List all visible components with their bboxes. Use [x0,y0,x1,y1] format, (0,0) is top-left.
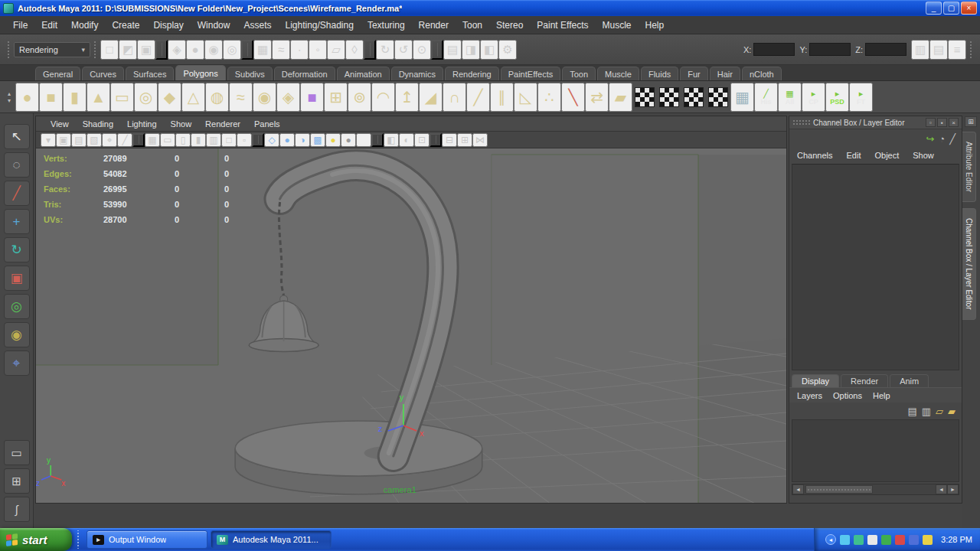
checkered-mode-icon[interactable]: ▩ [310,133,325,147]
poly-sphere-icon[interactable]: ● [15,83,39,112]
menu-item[interactable]: Stereo [489,20,530,31]
snap-view-plane-icon[interactable]: ▱ [327,40,345,60]
exposure-icon[interactable]: ◐ [399,133,414,147]
task-maya[interactable]: M Autodesk Maya 2011... [211,530,332,549]
vp-divider-2[interactable] [252,133,264,147]
poly-cube-icon[interactable]: ■ [39,83,63,112]
poly-cylinder-icon[interactable]: ▮ [63,83,87,112]
messenger-tray-icon[interactable] [854,535,864,545]
divider-3[interactable] [364,40,376,60]
clock[interactable]: 3:28 PM [941,535,972,544]
select-by-hierarchy-icon[interactable]: ◈ [168,40,186,60]
extrude-icon[interactable]: ↥ [395,83,419,112]
snap-projected-center-icon[interactable]: ◦ [309,40,327,60]
isolate-select-icon[interactable]: ⊡ [414,133,430,147]
tab-channel-box-layer-editor[interactable]: Channel Box / Layer Editor [962,208,976,320]
file-texture-icon[interactable]: ▸ FT [849,83,873,112]
interactive-creation-icon[interactable]: ■ [300,83,324,112]
minimize-button[interactable]: _ [926,2,942,15]
render-settings-icon[interactable]: ⚙ [498,40,517,60]
layer-sort-icon[interactable]: ▤ [907,406,916,417]
highlight-selection-icon[interactable]: ◎ [223,40,241,60]
shelf-tab[interactable]: Fluids [641,67,678,80]
layer-editor-tab[interactable]: Render [841,374,888,387]
select-tool[interactable]: ↖ [4,124,30,149]
scrollbar-thumb[interactable] [805,485,873,494]
outliner-pane-icon[interactable]: ⋈ [472,133,488,147]
panel-menu-item[interactable]: Renderer [198,119,247,129]
antivirus-tray-icon[interactable] [881,535,891,545]
layer-editor-menu-item[interactable]: Help [873,391,890,400]
resolution-gate-icon[interactable]: ▯ [175,133,191,147]
layer-scrollbar[interactable]: ◄ ◄ ► [792,484,959,495]
layer-editor-menu-item[interactable]: Options [833,391,862,400]
uv-texture-editor-icon[interactable]: ▦ [730,83,754,112]
shelf-tab[interactable]: Polygons [175,65,225,80]
xray-icon[interactable]: ◧ [384,133,399,147]
camera-attributes-icon[interactable]: ▣ [56,133,71,147]
shelf-tab[interactable]: Dynamics [391,67,443,80]
snap-to-point-icon[interactable]: ∙ [290,40,309,60]
input-connections-icon[interactable]: ↻ [376,40,394,60]
panel-menu-item[interactable]: Shading [76,119,120,129]
vp-divider-3[interactable] [371,133,384,147]
shelf-tab[interactable]: Hair [710,67,740,80]
construction-history-icon[interactable]: ⊙ [413,40,431,60]
shelf-tab[interactable]: Curves [82,67,124,80]
camera-menu-icon[interactable]: ▾ [41,133,56,147]
show-channel-box-icon[interactable]: ≡ [948,40,966,60]
menu-item[interactable]: Help [639,20,671,31]
panel-menu-icon[interactable]: ▫ [926,118,936,127]
scroll-left-button[interactable]: ◄ [792,484,804,494]
menu-item[interactable]: Edit [34,20,64,31]
network-tray-icon[interactable] [840,535,850,545]
paint-select-tool[interactable]: ╱ [4,181,30,206]
section-grip[interactable] [969,41,973,59]
poly-pyramid-icon[interactable]: △ [181,83,205,112]
close-button[interactable]: × [961,2,977,15]
channel-list[interactable] [792,164,959,370]
shelf-tab[interactable]: Subdivs [227,67,273,80]
menu-item[interactable]: Toon [456,20,489,31]
single-pane-layout-button[interactable]: ▭ [4,440,30,465]
menu-item[interactable]: Create [105,20,146,31]
render-current-frame-icon[interactable]: ◨ [462,40,480,60]
mirror-geometry-icon[interactable]: ⇄ [585,83,609,112]
open-render-view-icon[interactable]: ▤ [443,40,462,60]
snap-to-grid-icon[interactable]: ▦ [253,40,272,60]
channel-box-menu-item[interactable]: Edit [846,151,861,160]
rotate-tool[interactable]: ↻ [4,237,30,262]
coordinate-input[interactable] [865,43,906,56]
menu-item[interactable]: Texturing [361,20,412,31]
checker-texture-icon-1[interactable] [635,87,655,107]
hypergraph-layout-button[interactable]: ∫ [4,497,30,522]
vp-divider-1[interactable] [132,133,145,147]
output-connections-icon[interactable]: ↺ [394,40,413,60]
new-empty-layer-icon[interactable]: ▱ [936,406,943,417]
coordinate-input[interactable] [753,43,795,56]
speed-mode-icon[interactable]: ◔ [939,133,945,145]
update-tray-icon[interactable] [909,535,919,545]
scroll-left-button-2[interactable]: ◄ [936,484,947,494]
open-scene-icon[interactable]: ◩ [119,40,137,60]
default-lighting-icon[interactable]: ● [341,133,356,147]
checker-texture-icon-2[interactable] [659,87,679,107]
four-pane-layout-button[interactable]: ⊞ [4,468,30,494]
menu-item[interactable]: Paint Effects [530,20,595,31]
single-pane-icon[interactable]: ⊟ [442,133,457,147]
poly-torus-icon[interactable]: ◎ [134,83,158,112]
show-tool-settings-icon[interactable]: ▤ [929,40,948,60]
shelf-tab[interactable]: Toon [562,67,596,80]
shelf-tab[interactable]: General [35,67,80,80]
layer-editor-menu-item[interactable]: Layers [797,391,822,400]
delete-history-icon[interactable]: ╱ His [754,83,778,112]
grease-pencil-icon[interactable]: ╱ [117,133,132,147]
color-per-vertex-icon[interactable]: ▸ CP [802,83,825,112]
task-output-window[interactable]: ▸ Output Window [87,530,207,549]
split-polygon-icon[interactable]: ╱ [466,83,490,112]
panel-menu-item[interactable]: View [44,119,76,129]
boolean-union-icon[interactable]: ⊚ [348,83,371,112]
use-all-lights-icon[interactable]: ● [325,133,341,147]
hide-tray-icons-button[interactable]: ◂ [825,534,836,545]
bookmarks-icon[interactable]: ▤ [71,133,87,147]
